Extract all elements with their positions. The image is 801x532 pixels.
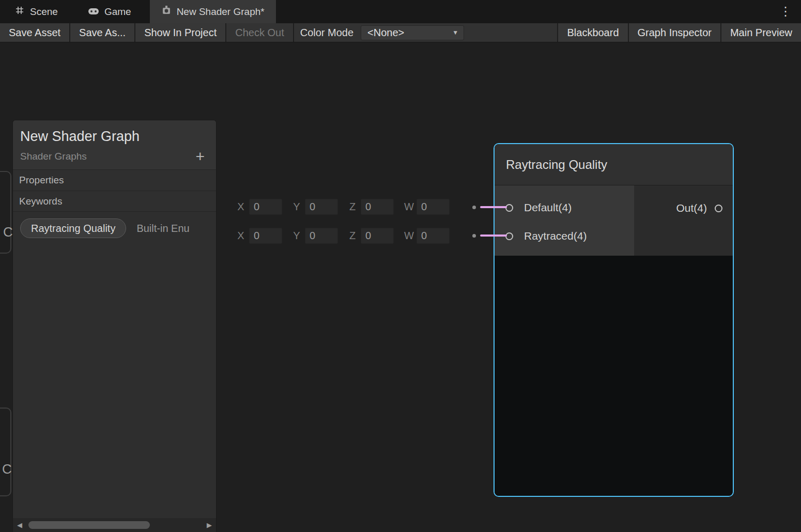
vector-w-label: W [404, 230, 412, 242]
chevron-down-icon: ▼ [452, 29, 458, 36]
clipped-node[interactable] [0, 408, 11, 496]
vector-field-z: Z 0 [348, 199, 394, 215]
shader-graph-toolbar: Save Asset Save As... Show In Project Ch… [0, 23, 801, 42]
vector-y-input[interactable]: 0 [305, 228, 338, 244]
vector-field-w: W 0 [404, 199, 450, 215]
vector-field-y: Y 0 [292, 199, 338, 215]
clipped-node-label: C [2, 461, 12, 477]
color-mode-value: <None> [367, 27, 404, 39]
keyword-entry-row: Raytracing Quality Built-in Enu [13, 218, 216, 238]
overflow-menu-icon[interactable]: ⋮ [776, 4, 795, 19]
blackboard-toggle-button[interactable]: Blackboard [558, 23, 627, 42]
tab-game[interactable]: Game [76, 0, 143, 23]
vector-z-input[interactable]: 0 [361, 228, 394, 244]
vector-y-label: Y [292, 230, 301, 242]
scroll-left-icon[interactable]: ◀ [13, 521, 26, 529]
tab-bar: Scene Game New Shader Graph* ⋮ [0, 0, 801, 23]
add-property-button[interactable]: + [192, 149, 208, 164]
tab-label: New Shader Graph* [177, 6, 265, 18]
shader-graph-icon [161, 5, 172, 18]
clipped-node-label: C [3, 224, 13, 240]
blackboard-panel: New Shader Graph Shader Graphs + Propert… [12, 120, 217, 532]
vector-x-label: X [237, 201, 245, 213]
collapsed-output-port-dot [472, 206, 476, 209]
node-preview [495, 256, 733, 496]
tab-new-shader-graph[interactable]: New Shader Graph* [150, 0, 276, 23]
clipped-node[interactable] [0, 171, 11, 254]
tab-label: Game [104, 6, 131, 18]
node-input-panel [495, 185, 634, 256]
vector-y-input[interactable]: 0 [305, 199, 338, 215]
keyword-type-label: Built-in Enu [136, 223, 189, 234]
vector-field-z: Z 0 [348, 228, 394, 244]
raytracing-quality-node[interactable]: Raytracing Quality Default(4) Raytraced(… [494, 143, 734, 497]
blackboard-section-keywords[interactable]: Keywords [13, 191, 216, 212]
input-port-label: Raytraced(4) [524, 229, 587, 243]
vector-x-input[interactable]: 0 [249, 199, 282, 215]
blackboard-subtitle: Shader Graphs [20, 151, 87, 162]
gamepad-icon [88, 6, 99, 18]
blackboard-header: New Shader Graph Shader Graphs + [13, 120, 216, 169]
show-in-project-button[interactable]: Show In Project [135, 23, 225, 42]
save-asset-button[interactable]: Save Asset [0, 23, 69, 42]
vector-z-input[interactable]: 0 [361, 199, 394, 215]
scroll-right-icon[interactable]: ▶ [203, 521, 216, 529]
blackboard-subtitle-row: Shader Graphs + [20, 145, 209, 169]
vector-w-label: W [404, 201, 412, 213]
color-mode-dropdown[interactable]: <None> ▼ [361, 25, 464, 40]
vector4-field-row: X 0 Y 0 Z 0 W 0 [237, 198, 460, 215]
vector-w-input[interactable]: 0 [417, 228, 450, 244]
vector-field-w: W 0 [404, 228, 450, 244]
collapsed-output-port-dot [472, 234, 476, 238]
color-mode-group: Color Mode <None> ▼ [294, 23, 558, 42]
vector-field-y: Y 0 [292, 228, 338, 244]
blackboard-section-properties[interactable]: Properties [13, 169, 216, 191]
output-port-out[interactable] [715, 205, 722, 212]
edge-wire-raytraced[interactable] [480, 234, 507, 237]
vector4-field-row: X 0 Y 0 Z 0 W 0 [237, 227, 460, 244]
node-title: Raytracing Quality [495, 144, 733, 185]
keyword-pill[interactable]: Raytracing Quality [20, 218, 126, 238]
vector-w-input[interactable]: 0 [417, 199, 450, 215]
scrollbar-thumb[interactable] [28, 521, 150, 529]
vector-x-label: X [237, 230, 245, 242]
edge-wire-default[interactable] [480, 206, 507, 208]
scrollbar-track[interactable] [26, 518, 203, 532]
check-out-button: Check Out [226, 23, 292, 42]
vector-field-x: X 0 [237, 228, 282, 244]
save-as-button[interactable]: Save As... [70, 23, 134, 42]
scene-grid-icon [14, 5, 25, 18]
node-port-area: Default(4) Raytraced(4) Out(4) [495, 185, 733, 256]
horizontal-scrollbar: ◀ ▶ [13, 518, 216, 532]
vector-y-label: Y [292, 201, 301, 213]
vector-x-input[interactable]: 0 [249, 228, 282, 244]
vector-z-label: Z [348, 230, 357, 242]
blackboard-title: New Shader Graph [20, 129, 209, 145]
main-preview-toggle-button[interactable]: Main Preview [721, 23, 801, 42]
graph-inspector-toggle-button[interactable]: Graph Inspector [629, 23, 720, 42]
output-port-label: Out(4) [676, 201, 707, 215]
tab-label: Scene [30, 6, 58, 18]
vector-field-x: X 0 [237, 199, 282, 215]
tab-scene[interactable]: Scene [3, 0, 69, 23]
color-mode-label: Color Mode [300, 27, 353, 39]
input-port-label: Default(4) [524, 201, 572, 214]
shader-graph-editor-window: Scene Game New Shader Graph* ⋮ Save Asse… [0, 0, 801, 532]
vector-z-label: Z [348, 201, 357, 213]
